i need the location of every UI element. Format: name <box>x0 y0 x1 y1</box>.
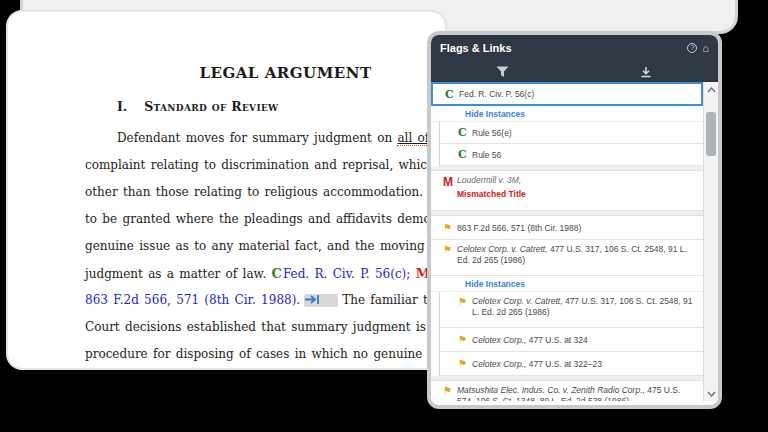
download-button[interactable] <box>575 61 719 82</box>
checkmark-citation-flag-icon: C <box>458 148 472 161</box>
list-item[interactable]: C Rule 56 <box>440 144 703 166</box>
citation-link[interactable]: Fed. R. Civ. P. 56(c); <box>283 267 410 281</box>
instance-group: ⚑ Celotex Corp. v. Catrett, 477 U.S. 317… <box>439 292 703 376</box>
yellow-flag-icon: ⚑ <box>443 222 457 233</box>
instance-group: C Rule 56(e) C Rule 56 <box>439 122 703 166</box>
line-text: Defendant moves for summary judgment on <box>117 131 397 145</box>
section-number: I. <box>117 99 127 114</box>
paragraph-line: genuine issue as to any material fact, a… <box>85 233 441 260</box>
scroll-down-icon[interactable] <box>704 386 718 401</box>
grammar-flagged-text: all of <box>397 131 429 146</box>
citation-label: 863 F.2d 566, 571 (8th Cir. 1988) <box>457 223 587 233</box>
case-name: Celotex Corp. v. Catrett, <box>457 244 548 254</box>
panel-toolbar <box>431 61 718 82</box>
section-heading: I.Standard of Review <box>85 99 441 114</box>
list-item[interactable]: ⚑ Matsushita Elec. Indus. Co. v. Zenith … <box>431 381 703 401</box>
scrollbar-thumb[interactable] <box>706 112 716 156</box>
citation-label: Celotex Corp., 477 U.S. at 324 <box>472 335 594 345</box>
document-heading: LEGAL ARGUMENT <box>85 64 441 82</box>
yellow-flag-icon: ⚑ <box>443 244 457 255</box>
citation-label: Rule 56 <box>472 150 507 160</box>
scroll-up-icon[interactable] <box>704 82 718 97</box>
document-window: LEGAL ARGUMENT I.Standard of Review Defe… <box>6 10 447 370</box>
paragraph-line: other than those relating to religious a… <box>85 179 441 206</box>
citation-label: Matsushita Elec. Indus. Co. v. Zenith Ra… <box>457 385 703 401</box>
citation-label: Fed. R. Civ. P. 56(c) <box>459 89 540 99</box>
yellow-flag-icon: ⚑ <box>458 334 472 345</box>
flags-links-panel: Flags & Links ? ⌂ C Fed. R. Civ. P. 56(c… <box>427 31 722 409</box>
jump-to-citation-icon[interactable] <box>304 294 338 307</box>
case-name: Celotex Corp. v. Catrett, <box>472 296 563 306</box>
checkmark-citation-flag-icon: C <box>458 126 472 139</box>
citation-label: Celotex Corp. v. Catrett, 477 U.S. 317, … <box>457 244 703 270</box>
paragraph-line: 863 F.2d 566, 571 (8th Cir. 1988).The fa… <box>85 287 441 314</box>
yellow-flag-icon: ⚑ <box>458 296 472 307</box>
citation-link[interactable]: 863 F.2d 566, 571 (8th Cir. 1988). <box>85 293 300 307</box>
filter-funnel-icon <box>496 66 509 78</box>
case-name: Celotex Corp., <box>472 359 526 369</box>
list-item[interactable]: ⚑ Celotex Corp. v. Catrett, 477 U.S. 317… <box>440 292 703 328</box>
section-title: Standard of Review <box>144 99 278 114</box>
paragraph-line: judgment as a matter of law. CFed. R. Ci… <box>85 260 441 287</box>
hide-instances-link[interactable]: Hide Instances <box>431 106 703 122</box>
yellow-flag-icon: ⚑ <box>458 358 472 369</box>
download-icon <box>640 66 652 78</box>
paragraph-line: Court decisions established that summary… <box>85 314 441 341</box>
scrollbar[interactable] <box>703 82 718 401</box>
checkmark-citation-flag-icon[interactable]: C <box>272 266 282 281</box>
yellow-flag-icon: ⚑ <box>443 385 457 396</box>
list-item[interactable]: C Rule 56(e) <box>440 122 703 144</box>
panel-header: Flags & Links ? ⌂ <box>431 35 718 61</box>
case-name: Matsushita Elec. Indus. Co. v. Zenith Ra… <box>457 385 645 395</box>
citation-label: Rule 56(e) <box>472 128 518 138</box>
document-text-column: LEGAL ARGUMENT I.Standard of Review Defe… <box>85 12 441 368</box>
paragraph-line: procedure for disposing of cases in whic… <box>85 341 441 368</box>
citation-label: Loudermill v. 3M, Mismatched Title <box>457 175 532 204</box>
case-cite: 477 U.S. at 322–23 <box>526 359 602 369</box>
list-item-selected[interactable]: C Fed. R. Civ. P. 56(c) <box>431 82 703 106</box>
line-text: judgment as a matter of law. <box>85 267 272 281</box>
case-name: Celotex Corp., <box>472 335 526 345</box>
citation-list: C Fed. R. Civ. P. 56(c) Hide Instances C… <box>431 82 718 401</box>
list-item[interactable]: ⚑ Celotex Corp., 477 U.S. at 324 <box>440 328 703 352</box>
help-icon[interactable]: ? <box>687 43 697 53</box>
checkmark-citation-flag-icon: C <box>445 88 459 101</box>
mismatch-citation-flag-icon: M <box>443 175 457 189</box>
citation-label: Celotex Corp. v. Catrett, 477 U.S. 317, … <box>472 296 703 322</box>
filter-button[interactable] <box>431 61 575 82</box>
case-name: Loudermill v. 3M, <box>457 175 521 185</box>
list-item[interactable]: ⚑ Celotex Corp., 477 U.S. at 322–23 <box>440 352 703 376</box>
panel-title: Flags & Links <box>440 42 687 54</box>
list-item[interactable]: M Loudermill v. 3M, Mismatched Title <box>431 171 703 211</box>
paragraph-line: complaint relating to discrimination and… <box>85 152 441 179</box>
citation-label: Celotex Corp., 477 U.S. at 322–23 <box>472 359 608 369</box>
paragraph-line: Defendant moves for summary judgment on … <box>85 125 441 152</box>
mismatched-title-warning: Mismatched Title <box>457 189 526 200</box>
paragraph: Defendant moves for summary judgment on … <box>85 125 441 368</box>
hide-instances-link[interactable]: Hide Instances <box>431 276 703 292</box>
list-item[interactable]: ⚑ 863 F.2d 566, 571 (8th Cir. 1988) <box>431 216 703 240</box>
home-icon[interactable]: ⌂ <box>702 43 709 53</box>
list-item[interactable]: ⚑ Celotex Corp. v. Catrett, 477 U.S. 317… <box>431 240 703 276</box>
paragraph-line: to be granted where the pleadings and af… <box>85 206 441 233</box>
case-cite: 477 U.S. at 324 <box>526 335 587 345</box>
